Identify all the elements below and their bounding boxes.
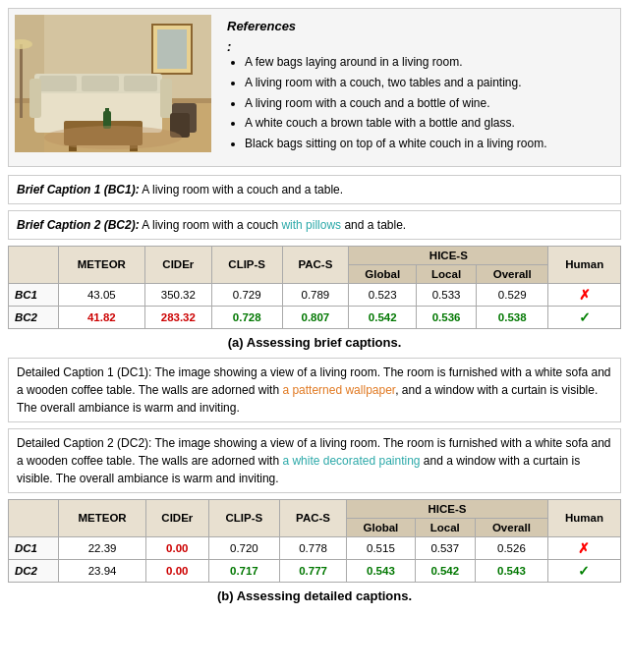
reference-item: A living room with a couch, two tables a… xyxy=(245,75,608,91)
th-cider: CIDEr xyxy=(144,246,211,283)
th-human-d: Human xyxy=(547,499,620,536)
svg-rect-9 xyxy=(82,76,119,91)
th-clips-d: CLIP-S xyxy=(208,499,279,536)
dc2-highlight: a white decorated painting xyxy=(282,454,420,468)
clips-val: 0.728 xyxy=(211,306,282,328)
local-val: 0.533 xyxy=(417,283,477,306)
reference-item: A white couch a brown table with a bottl… xyxy=(245,115,608,132)
th-meteor: METEOR xyxy=(58,246,144,283)
clips-val: 0.717 xyxy=(208,559,279,582)
th-meteor-d: METEOR xyxy=(59,499,146,536)
th-overall: Overall xyxy=(477,264,548,283)
th-human: Human xyxy=(548,246,621,283)
global-val: 0.543 xyxy=(347,559,415,582)
th-hice-d: HICE-S xyxy=(347,499,548,518)
local-val: 0.537 xyxy=(415,536,475,559)
references-box: References: A few bags laying around in … xyxy=(221,15,614,160)
svg-rect-12 xyxy=(160,79,172,118)
global-val: 0.523 xyxy=(349,283,417,306)
top-section: References: A few bags laying around in … xyxy=(8,8,621,167)
dc1-label: Detailed Caption 1 (DC1): xyxy=(17,365,151,379)
overall-val: 0.538 xyxy=(477,306,548,328)
human-val: ✓ xyxy=(547,559,620,582)
pacs-val: 0.789 xyxy=(282,283,349,306)
row-label: DC1 xyxy=(9,536,59,559)
section-b-title: (b) Assessing detailed captions. xyxy=(8,588,621,603)
dc1-highlight: a patterned wallpaper xyxy=(282,383,395,397)
th-empty xyxy=(9,246,59,283)
cider-val: 0.00 xyxy=(145,536,208,559)
meteor-val: 43.05 xyxy=(58,283,144,306)
reference-item: A few bags laying around in a living roo… xyxy=(245,54,608,71)
references-title: References xyxy=(227,19,608,33)
brief-caption-1-box: Brief Caption 1 (BC1): A living room wit… xyxy=(8,175,621,204)
th-pacs: PAC-S xyxy=(282,246,349,283)
dc2-label: Detailed Caption 2 (DC2): xyxy=(17,436,151,450)
pacs-val: 0.807 xyxy=(282,306,349,328)
reference-item: Black bags sitting on top of a white cou… xyxy=(245,136,608,152)
bc1-text: A living room with a couch and a table. xyxy=(140,183,343,196)
brief-metrics-table: METEOR CIDEr CLIP-S PAC-S HICE-S Human G… xyxy=(8,246,621,329)
bc2-text-before: A living room with a couch xyxy=(140,218,282,232)
clips-val: 0.729 xyxy=(211,283,282,306)
human-val: ✗ xyxy=(547,536,620,559)
th-global-d: Global xyxy=(347,518,415,536)
bc1-label: Brief Caption 1 (BC1): xyxy=(17,183,140,196)
meteor-val: 23.94 xyxy=(59,559,146,582)
bc2-label: Brief Caption 2 (BC2): xyxy=(17,218,140,232)
section-a-title: (a) Assessing brief captions. xyxy=(8,335,621,350)
global-val: 0.542 xyxy=(349,306,417,328)
th-clips: CLIP-S xyxy=(211,246,282,283)
th-local-d: Local xyxy=(415,518,475,536)
human-val: ✓ xyxy=(548,306,621,328)
cider-val: 283.32 xyxy=(144,306,211,328)
meteor-val: 41.82 xyxy=(58,306,144,328)
overall-val: 0.526 xyxy=(475,536,547,559)
clips-val: 0.720 xyxy=(208,536,279,559)
svg-point-22 xyxy=(44,126,182,149)
bc2-highlight: with pillows xyxy=(281,218,341,232)
references-list: A few bags laying around in a living roo… xyxy=(227,54,608,152)
row-label: BC2 xyxy=(9,306,59,328)
overall-val: 0.529 xyxy=(477,283,548,306)
svg-rect-20 xyxy=(20,44,23,118)
reference-item: A living room with a couch and a bottle … xyxy=(245,95,608,112)
svg-rect-8 xyxy=(39,76,77,91)
th-overall-d: Overall xyxy=(475,518,547,536)
svg-rect-11 xyxy=(29,79,41,118)
detailed-metrics-table: METEOR CIDEr CLIP-S PAC-S HICE-S Human G… xyxy=(8,499,621,583)
pacs-val: 0.778 xyxy=(279,536,346,559)
th-empty-d xyxy=(9,499,59,536)
th-local: Local xyxy=(417,264,477,283)
brief-caption-2-box: Brief Caption 2 (BC2): A living room wit… xyxy=(8,210,621,240)
row-label: DC2 xyxy=(9,559,59,582)
svg-rect-17 xyxy=(105,108,109,114)
global-val: 0.515 xyxy=(347,536,415,559)
row-label: BC1 xyxy=(9,283,59,306)
local-val: 0.542 xyxy=(415,559,475,582)
svg-rect-10 xyxy=(124,76,157,91)
dc1-box: Detailed Caption 1 (DC1): The image show… xyxy=(8,358,621,422)
th-global: Global xyxy=(349,264,417,283)
brief-table: METEOR CIDEr CLIP-S PAC-S HICE-S Human G… xyxy=(8,246,621,329)
overall-val: 0.543 xyxy=(475,559,547,582)
svg-rect-4 xyxy=(157,29,187,69)
room-image xyxy=(15,15,211,152)
dc2-box: Detailed Caption 2 (DC2): The image show… xyxy=(8,428,621,493)
th-hice: HICE-S xyxy=(349,246,548,264)
local-val: 0.536 xyxy=(417,306,477,328)
bc2-text-after: and a table. xyxy=(341,218,406,232)
th-pacs-d: PAC-S xyxy=(279,499,346,536)
detailed-table: METEOR CIDEr CLIP-S PAC-S HICE-S Human G… xyxy=(8,499,621,583)
cider-val: 0.00 xyxy=(145,559,208,582)
th-cider-d: CIDEr xyxy=(145,499,208,536)
human-val: ✗ xyxy=(548,283,621,306)
cider-val: 350.32 xyxy=(144,283,211,306)
meteor-val: 22.39 xyxy=(59,536,146,559)
pacs-val: 0.777 xyxy=(279,559,346,582)
